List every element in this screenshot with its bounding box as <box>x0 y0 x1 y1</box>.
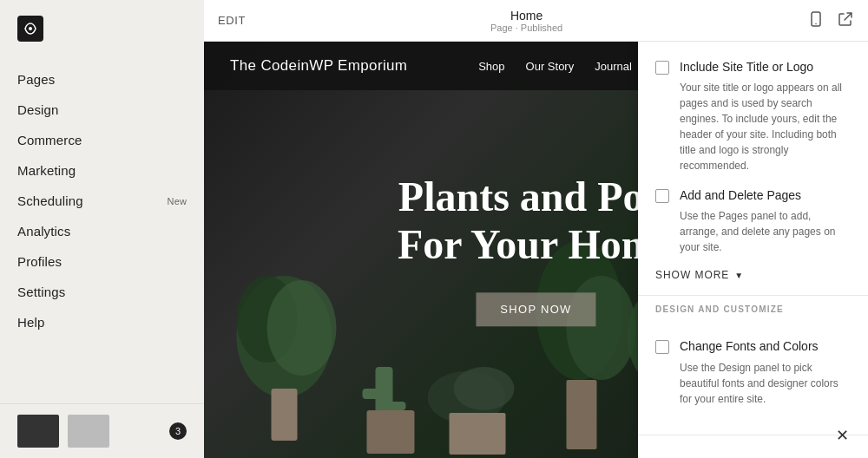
panel-item-add-pages-desc: Use the Pages panel to add, arrange, and… <box>680 208 851 255</box>
sidebar-item-pages[interactable]: Pages <box>0 64 204 95</box>
mobile-preview-icon[interactable] <box>807 10 825 31</box>
panel-item-site-title-label: Include Site Title or Logo <box>680 59 851 75</box>
design-section-label: DESIGN AND CUSTOMIZE <box>638 296 868 321</box>
svg-rect-9 <box>363 389 389 399</box>
hero-content: Plants and Pots For Your Home Shop Now <box>398 173 674 326</box>
hero-line2: For Your Home <box>398 221 674 269</box>
page-status: Page · Published <box>490 23 562 33</box>
topbar: EDIT Home Page · Published <box>204 0 868 42</box>
svg-point-1 <box>29 27 32 30</box>
external-link-icon[interactable] <box>837 10 854 31</box>
edit-label: EDIT <box>218 14 246 27</box>
panel-item-add-pages: Add and Delete Pages Use the Pages panel… <box>655 187 851 255</box>
sidebar-item-analytics[interactable]: Analytics <box>0 216 204 246</box>
hero-cta-button[interactable]: Shop Now <box>476 293 595 327</box>
svg-rect-14 <box>450 413 506 455</box>
hero-line1: Plants and Pots <box>398 173 674 220</box>
checkbox-site-title[interactable] <box>655 61 669 75</box>
panel-item-site-title-content: Include Site Title or Logo Your site tit… <box>680 59 851 173</box>
topbar-right <box>807 10 854 31</box>
svg-rect-11 <box>367 410 415 454</box>
svg-point-13 <box>454 367 515 410</box>
panel-item-add-pages-content: Add and Delete Pages Use the Pages panel… <box>680 187 851 255</box>
panel-close-button[interactable]: ✕ <box>830 423 854 448</box>
sidebar-item-scheduling[interactable]: Scheduling New <box>0 186 204 216</box>
panel-item-fonts-colors: Change Fonts and Colors Use the Design p… <box>655 338 851 406</box>
sidebar-item-marketing[interactable]: Marketing <box>0 155 204 186</box>
checkbox-fonts-colors[interactable] <box>655 340 669 354</box>
panel-item-fonts-colors-content: Change Fonts and Colors Use the Design p… <box>680 338 851 406</box>
sidebar-logo <box>0 0 204 57</box>
sidebar-bottom: 3 <box>0 403 204 458</box>
site-nav-shop[interactable]: Shop <box>478 60 504 73</box>
main-editor: EDIT Home Page · Published <box>204 0 868 458</box>
svg-point-3 <box>815 23 817 24</box>
notification-badge[interactable]: 3 <box>169 422 187 440</box>
panel-item-site-title-desc: Your site title or logo appears on all p… <box>680 80 851 173</box>
onboarding-panel: Include Site Title or Logo Your site tit… <box>638 42 868 458</box>
squarespace-icon <box>17 16 43 42</box>
hero-heading: Plants and Pots For Your Home <box>398 173 674 268</box>
show-more-button[interactable]: SHOW MORE ▼ <box>655 269 851 281</box>
sidebar-navigation: Pages Design Commerce Marketing Scheduli… <box>0 57 204 403</box>
svg-rect-7 <box>272 389 298 441</box>
sidebar-item-design[interactable]: Design <box>0 95 204 125</box>
site-nav-our-story[interactable]: Our Story <box>526 60 575 73</box>
sidebar-item-profiles[interactable]: Profiles <box>0 246 204 277</box>
panel-section-design: Change Fonts and Colors Use the Design p… <box>638 321 868 435</box>
panel-section-onboarding: Include Site Title or Logo Your site tit… <box>638 42 868 296</box>
site-nav-journal[interactable]: Journal <box>595 60 632 73</box>
panel-item-fonts-colors-label: Change Fonts and Colors <box>680 338 851 354</box>
sidebar-item-commerce[interactable]: Commerce <box>0 125 204 155</box>
checkbox-add-pages[interactable] <box>655 189 669 203</box>
panel-item-fonts-colors-desc: Use the Design panel to pick beautiful f… <box>680 360 851 407</box>
svg-rect-10 <box>385 402 406 410</box>
sidebar-item-help[interactable]: Help <box>0 307 204 337</box>
panel-item-add-pages-label: Add and Delete Pages <box>680 187 851 203</box>
site-preview: The CodeinWP Emporium Shop Our Story Jou… <box>204 42 868 458</box>
theme-thumb-dark[interactable] <box>17 415 59 448</box>
page-title: Home <box>490 9 562 23</box>
scheduling-new-badge: New <box>168 196 187 206</box>
svg-point-6 <box>267 280 337 376</box>
sidebar: Pages Design Commerce Marketing Scheduli… <box>0 0 204 458</box>
svg-rect-17 <box>567 380 597 449</box>
site-brand-title: The CodeinWP Emporium <box>230 57 407 75</box>
chevron-down-icon: ▼ <box>734 271 744 280</box>
sidebar-item-settings[interactable]: Settings <box>0 277 204 307</box>
topbar-center: Home Page · Published <box>490 9 562 33</box>
panel-item-site-title: Include Site Title or Logo Your site tit… <box>655 59 851 173</box>
theme-thumb-light[interactable] <box>68 415 109 448</box>
